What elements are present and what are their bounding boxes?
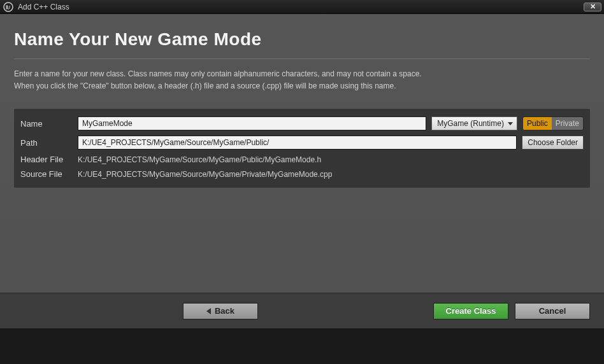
module-dropdown-label: MyGame (Runtime) <box>437 119 504 128</box>
header-file-row: Header File K:/UE4_PROJECTS/MyGame/Sourc… <box>20 155 584 164</box>
svg-point-0 <box>4 3 13 11</box>
visibility-public-button[interactable]: Public <box>523 117 552 130</box>
name-row: Name MyGame (Runtime) Public Private <box>20 116 584 130</box>
footer: Back Create Class Cancel <box>0 293 604 328</box>
header-file-label: Header File <box>20 155 73 164</box>
titlebar: Add C++ Class ✕ <box>0 0 604 14</box>
back-button[interactable]: Back <box>183 303 258 319</box>
app-logo-icon <box>3 1 14 13</box>
window-title: Add C++ Class <box>18 3 69 11</box>
description-line: Enter a name for your new class. Class n… <box>14 68 590 80</box>
name-label: Name <box>20 119 73 129</box>
description-line: When you click the "Create" button below… <box>14 80 590 92</box>
choose-folder-button[interactable]: Choose Folder <box>522 136 584 150</box>
module-dropdown[interactable]: MyGame (Runtime) <box>431 116 517 130</box>
bottom-edge <box>0 328 604 332</box>
back-button-label: Back <box>215 306 234 316</box>
create-class-button[interactable]: Create Class <box>433 303 508 319</box>
visibility-toggle: Public Private <box>522 116 584 130</box>
choose-folder-label: Choose Folder <box>528 138 578 147</box>
back-arrow-icon <box>206 308 211 314</box>
chevron-down-icon <box>508 122 513 125</box>
path-label: Path <box>20 138 73 148</box>
divider <box>14 59 590 59</box>
source-file-value: K:/UE4_PROJECTS/MyGame/Source/MyGame/Pri… <box>78 170 332 179</box>
form-panel: Name MyGame (Runtime) Public Private Pat… <box>14 109 590 188</box>
source-file-label: Source File <box>20 169 73 179</box>
path-row: Path Choose Folder <box>20 136 584 150</box>
description: Enter a name for your new class. Class n… <box>14 68 590 92</box>
header-file-value: K:/UE4_PROJECTS/MyGame/Source/MyGame/Pub… <box>78 155 321 164</box>
page-title: Name Your New Game Mode <box>14 29 590 50</box>
cancel-label: Cancel <box>539 306 566 316</box>
source-file-row: Source File K:/UE4_PROJECTS/MyGame/Sourc… <box>20 169 584 179</box>
name-input[interactable] <box>78 116 426 130</box>
create-class-label: Create Class <box>446 306 496 316</box>
cancel-button[interactable]: Cancel <box>515 303 590 319</box>
visibility-private-button[interactable]: Private <box>552 117 583 130</box>
path-input[interactable] <box>78 136 517 150</box>
close-button[interactable]: ✕ <box>584 3 601 11</box>
close-icon: ✕ <box>590 3 596 10</box>
main-panel: Name Your New Game Mode Enter a name for… <box>0 14 604 328</box>
